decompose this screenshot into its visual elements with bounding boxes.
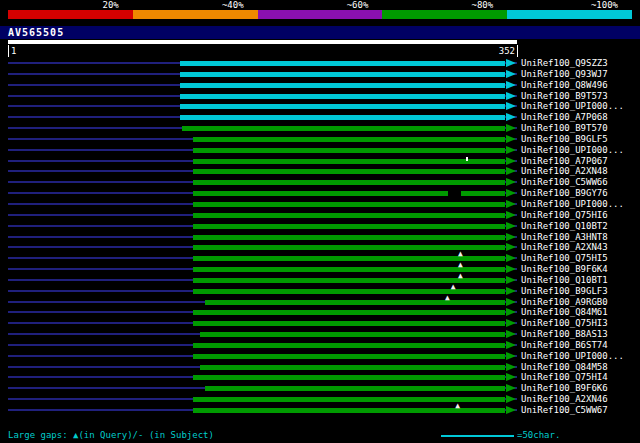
hit-label[interactable]: UniRef100_Q84M58 <box>521 362 608 373</box>
hit-arrowhead-icon[interactable] <box>506 124 516 132</box>
hit-arrowhead-icon[interactable] <box>506 308 516 316</box>
hit-label[interactable]: UniRef100_A2XN43 <box>521 242 608 253</box>
hit-label[interactable]: UniRef100_A2XN48 <box>521 166 608 177</box>
hit-bar[interactable] <box>193 202 505 207</box>
hit-label[interactable]: UniRef100_Q9SZZ3 <box>521 58 608 69</box>
hit-bar[interactable] <box>193 343 505 348</box>
hit-label[interactable]: UniRef100_Q75HI4 <box>521 372 608 383</box>
hit-arrowhead-icon[interactable] <box>506 146 516 154</box>
hit-label[interactable]: UniRef100_B9GY76 <box>521 188 608 199</box>
hit-label[interactable]: UniRef100_A2XN46 <box>521 394 608 405</box>
hit-bar[interactable] <box>200 332 505 337</box>
hit-label[interactable]: UniRef100_Q75HI3 <box>521 318 608 329</box>
color-key-segment <box>382 10 507 19</box>
hit-arrowhead-icon[interactable] <box>506 243 516 251</box>
hit-bar[interactable] <box>205 386 505 391</box>
hit-label[interactable]: UniRef100_A7P067 <box>521 156 608 167</box>
hit-label[interactable]: UniRef100_A7P068 <box>521 112 608 123</box>
hit-bar[interactable] <box>193 180 505 185</box>
hit-label[interactable]: UniRef100_B9T570 <box>521 123 608 134</box>
hit-arrowhead-icon[interactable] <box>506 373 516 381</box>
hit-arrowhead-icon[interactable] <box>506 92 516 100</box>
hit-arrowhead-icon[interactable] <box>506 178 516 186</box>
hit-arrowhead-icon[interactable] <box>506 363 516 371</box>
hit-arrowhead-icon[interactable] <box>506 330 516 338</box>
hit-arrowhead-icon[interactable] <box>506 341 516 349</box>
hit-label[interactable]: UniRef100_Q75HI6 <box>521 210 608 221</box>
hit-label[interactable]: UniRef100_UPI000... <box>521 199 624 210</box>
hit-arrowhead-icon[interactable] <box>506 135 516 143</box>
hit-bar[interactable] <box>180 83 505 88</box>
hit-arrowhead-icon[interactable] <box>506 298 516 306</box>
hit-bar[interactable] <box>193 375 505 380</box>
hit-arrowhead-icon[interactable] <box>506 276 516 284</box>
hit-bar[interactable] <box>180 104 505 109</box>
hit-label[interactable]: UniRef100_UPI000... <box>521 101 624 112</box>
hit-bar[interactable] <box>193 224 505 229</box>
hit-label[interactable]: UniRef100_Q84M61 <box>521 307 608 318</box>
query-start-coordinate: 1 <box>8 45 16 57</box>
hit-label[interactable]: UniRef100_Q75HI5 <box>521 253 608 264</box>
hit-bar[interactable] <box>193 213 505 218</box>
hit-label[interactable]: UniRef100_B9GLF5 <box>521 134 608 145</box>
hit-label[interactable]: UniRef100_B6ST74 <box>521 340 608 351</box>
hit-bar[interactable] <box>193 159 505 164</box>
hit-arrowhead-icon[interactable] <box>506 254 516 262</box>
hit-bar[interactable] <box>180 94 505 99</box>
hit-bar[interactable] <box>205 300 505 305</box>
hit-bar[interactable] <box>180 115 505 120</box>
hit-label[interactable]: UniRef100_Q93WJ7 <box>521 69 608 80</box>
hit-label[interactable]: UniRef100_Q8W496 <box>521 80 608 91</box>
hit-arrowhead-icon[interactable] <box>506 113 516 121</box>
hit-arrowhead-icon[interactable] <box>506 59 516 67</box>
hit-label[interactable]: UniRef100_B9GLF3 <box>521 286 608 297</box>
hit-arrowhead-icon[interactable] <box>506 222 516 230</box>
hit-arrowhead-icon[interactable] <box>506 406 516 414</box>
hit-arrowhead-icon[interactable] <box>506 233 516 241</box>
hit-arrowhead-icon[interactable] <box>506 81 516 89</box>
hit-label[interactable]: UniRef100_A9RGB0 <box>521 297 608 308</box>
hit-label[interactable]: UniRef100_A3HNT8 <box>521 232 608 243</box>
hit-bar[interactable] <box>193 310 505 315</box>
hit-bar[interactable] <box>193 235 505 240</box>
color-key-segment <box>258 10 383 19</box>
hit-bar[interactable] <box>193 289 505 294</box>
hit-label[interactable]: UniRef100_C5WW67 <box>521 405 608 416</box>
hit-arrowhead-icon[interactable] <box>506 287 516 295</box>
hit-arrowhead-icon[interactable] <box>506 384 516 392</box>
hit-bar[interactable] <box>193 354 505 359</box>
alignment-gap-break <box>448 191 461 196</box>
hit-arrowhead-icon[interactable] <box>506 157 516 165</box>
alignment-row: UniRef100_UPI000... <box>0 145 640 156</box>
hit-arrowhead-icon[interactable] <box>506 265 516 273</box>
hit-label[interactable]: UniRef100_B9F6K6 <box>521 383 608 394</box>
hit-bar[interactable] <box>193 148 505 153</box>
hit-label[interactable]: UniRef100_UPI000... <box>521 351 624 362</box>
gap-triangle-icon: ▲ <box>445 294 450 302</box>
hit-bar[interactable] <box>180 61 505 66</box>
hit-label[interactable]: UniRef100_B9T573 <box>521 91 608 102</box>
hit-bar[interactable] <box>182 126 505 131</box>
hit-label[interactable]: UniRef100_C5WW66 <box>521 177 608 188</box>
hit-label[interactable]: UniRef100_Q10BT1 <box>521 275 608 286</box>
hit-bar[interactable] <box>193 137 505 142</box>
hit-bar[interactable] <box>193 321 505 326</box>
hit-arrowhead-icon[interactable] <box>506 395 516 403</box>
color-key-label: ~100% <box>507 0 632 10</box>
hit-label[interactable]: UniRef100_B9F6K4 <box>521 264 608 275</box>
hit-label[interactable]: UniRef100_B8AS13 <box>521 329 608 340</box>
hit-arrowhead-icon[interactable] <box>506 319 516 327</box>
hit-arrowhead-icon[interactable] <box>506 211 516 219</box>
query-end-coordinate: 352 <box>499 45 518 57</box>
hit-arrowhead-icon[interactable] <box>506 189 516 197</box>
hit-arrowhead-icon[interactable] <box>506 70 516 78</box>
hit-bar[interactable] <box>180 72 505 77</box>
hit-bar[interactable] <box>200 365 505 370</box>
hit-arrowhead-icon[interactable] <box>506 167 516 175</box>
hit-bar[interactable] <box>193 169 505 174</box>
hit-label[interactable]: UniRef100_UPI000... <box>521 145 624 156</box>
hit-arrowhead-icon[interactable] <box>506 102 516 110</box>
hit-label[interactable]: UniRef100_Q10BT2 <box>521 221 608 232</box>
hit-arrowhead-icon[interactable] <box>506 352 516 360</box>
hit-arrowhead-icon[interactable] <box>506 200 516 208</box>
